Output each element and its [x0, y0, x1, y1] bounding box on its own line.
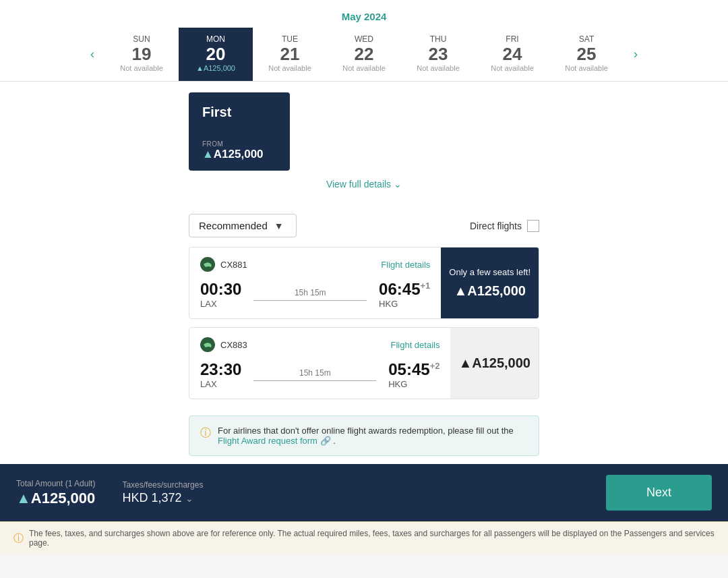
sort-label: Recommended: [199, 220, 268, 231]
month-label: May 2024: [0, 7, 728, 28]
footer-disclaimer: ⓘ The fees, taxes, and surcharges shown …: [0, 521, 728, 554]
arrive-time-cx881: 06:45+1: [379, 280, 430, 299]
notice-box: ⓘ For airlines that don't offer online f…: [189, 415, 539, 456]
view-details-link[interactable]: View full details ⌄: [189, 171, 539, 194]
flight-header-cx881: CX881 Flight details: [200, 257, 430, 272]
taxes-chevron-icon[interactable]: ⌄: [185, 493, 193, 504]
flight-times-cx881: 00:30 LAX 15h 15m 06:45+1 HKG: [200, 280, 430, 309]
price-panel-cx883[interactable]: ▲A125,000: [450, 328, 539, 399]
depart-time-cx883: 23:30: [200, 360, 241, 379]
taxes-label: Taxes/fees/surcharges: [122, 480, 203, 490]
depart-block-cx883: 23:30 LAX: [200, 360, 241, 389]
flight-number-cx883: CX883: [220, 340, 247, 350]
cabin-name: First: [202, 105, 276, 120]
price-panel-cx881[interactable]: Only a few seats left! ▲A125,000: [441, 248, 539, 318]
flight-card-cx883: CX883 Flight details 23:30 LAX 15h 15m 0…: [189, 327, 539, 399]
date-fri-24[interactable]: FRI 24 Not available: [475, 28, 549, 81]
miles-icon: ▲: [16, 490, 31, 507]
miles-icon: ▲: [202, 148, 214, 161]
arrive-block-cx883: 05:45+2 HKG: [388, 360, 439, 389]
flight-details-link-cx883[interactable]: Flight details: [390, 340, 439, 350]
arrive-time-cx883: 05:45+2: [388, 360, 439, 379]
date-sun-19[interactable]: SUN 19 Not available: [104, 28, 179, 81]
flight-price-cx883: ▲A125,000: [458, 355, 530, 371]
direct-flights-label: Direct flights: [470, 221, 522, 231]
chevron-down-icon: ▼: [274, 221, 284, 231]
filter-bar: Recommended ▼ Direct flights: [0, 204, 728, 247]
date-tue-21[interactable]: TUE 21 Not available: [253, 28, 327, 81]
flight-number-cx881: CX881: [220, 260, 247, 270]
info-icon-footer: ⓘ: [13, 532, 24, 545]
arrive-airport-cx881: HKG: [379, 299, 430, 309]
date-thu-23[interactable]: THU 23 Not available: [401, 28, 475, 81]
next-button[interactable]: Next: [606, 475, 712, 511]
date-sat-25[interactable]: SAT 25 Not available: [549, 28, 624, 81]
next-date-arrow[interactable]: ›: [624, 28, 648, 81]
duration-cx883: 15h 15m: [241, 368, 388, 381]
miles-icon: ▲: [458, 355, 472, 370]
flight-header-cx883: CX883 Flight details: [200, 337, 439, 352]
bottom-bar: Total Amount (1 Adult) ▲A125,000 Taxes/f…: [0, 464, 728, 521]
taxes-value: HKD 1,372 ⌄: [122, 491, 203, 505]
cabin-from-label: FROM: [202, 140, 276, 148]
flight-price-cx881: ▲A125,000: [454, 283, 526, 299]
depart-time-cx881: 00:30: [200, 280, 241, 299]
arrive-block-cx881: 06:45+1 HKG: [379, 280, 430, 309]
direct-flights-toggle: Direct flights: [470, 220, 539, 232]
duration-cx881: 15h 15m: [241, 288, 379, 301]
flight-card-cx881: CX881 Flight details 00:30 LAX 15h 15m 0…: [189, 247, 539, 319]
sort-dropdown[interactable]: Recommended ▼: [189, 214, 297, 237]
direct-flights-checkbox[interactable]: [527, 220, 539, 232]
date-nav: ‹ SUN 19 Not available MON 20 ▲A125,000 …: [0, 28, 728, 82]
cabin-card: First FROM ▲A125,000: [189, 92, 290, 171]
info-icon: ⓘ: [200, 426, 211, 440]
urgent-text-cx881: Only a few seats left!: [449, 267, 530, 279]
notice-section: ⓘ For airlines that don't offer online f…: [0, 407, 728, 464]
date-section: May 2024 ‹ SUN 19 Not available MON 20 ▲…: [0, 0, 728, 82]
cabin-price: ▲A125,000: [202, 148, 276, 161]
total-label: Total Amount (1 Adult): [16, 479, 95, 488]
cabin-section: First FROM ▲A125,000 View full details ⌄: [0, 82, 728, 204]
prev-date-arrow[interactable]: ‹: [80, 28, 104, 81]
depart-airport-cx881: LAX: [200, 299, 241, 309]
flight-details-link-cx881[interactable]: Flight details: [381, 260, 430, 270]
taxes-section: Taxes/fees/surcharges HKD 1,372 ⌄: [122, 480, 203, 505]
total-section: Total Amount (1 Adult) ▲A125,000: [16, 479, 95, 507]
notice-text: For airlines that don't offer online fli…: [218, 426, 528, 446]
flights-section: CX881 Flight details 00:30 LAX 15h 15m 0…: [0, 247, 728, 399]
total-price: ▲A125,000: [16, 490, 95, 507]
depart-airport-cx883: LAX: [200, 379, 241, 389]
flight-info-cx881: CX881 Flight details 00:30 LAX 15h 15m 0…: [189, 248, 441, 318]
footer-text: The fees, taxes, and surcharges shown ab…: [29, 529, 715, 548]
chevron-down-icon: ⌄: [394, 179, 402, 190]
flight-info-cx883: CX883 Flight details 23:30 LAX 15h 15m 0…: [189, 328, 450, 399]
flight-award-link[interactable]: Flight Award request form 🔗: [218, 436, 333, 446]
flight-times-cx883: 23:30 LAX 15h 15m 05:45+2 HKG: [200, 360, 439, 389]
date-mon-20[interactable]: MON 20 ▲A125,000: [179, 28, 253, 81]
flight-line-icon: [253, 300, 367, 301]
arrive-airport-cx883: HKG: [388, 379, 439, 389]
cathay-logo-icon-2: [200, 337, 215, 352]
cathay-logo-icon: [200, 257, 215, 272]
miles-icon: ▲: [454, 283, 467, 298]
depart-block-cx881: 00:30 LAX: [200, 280, 241, 309]
flight-line-icon-2: [253, 380, 376, 381]
date-wed-22[interactable]: WED 22 Not available: [327, 28, 401, 81]
